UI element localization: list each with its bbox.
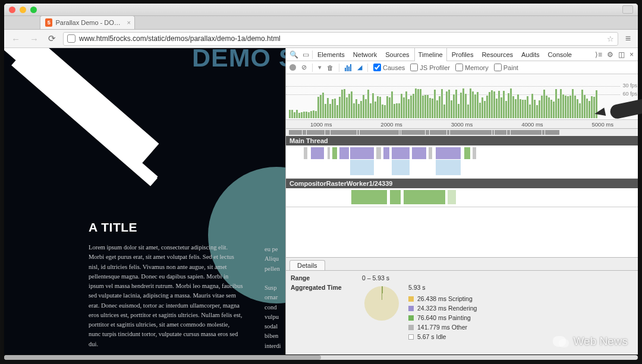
tab-network[interactable]: Network: [350, 48, 380, 61]
range-value: 0 – 5.93 s: [362, 274, 389, 281]
record-button[interactable]: [289, 64, 296, 71]
tab-elements[interactable]: Elements: [314, 48, 348, 61]
address-bar[interactable]: www.html5rocks.com/static/demos/parallax…: [63, 32, 618, 46]
fps-30-label: 30 fps: [622, 83, 637, 88]
bookmark-star-icon[interactable]: ☆: [607, 34, 614, 43]
chrome-profile-icon[interactable]: [622, 5, 633, 14]
js-profiler-checkbox[interactable]: JS Profiler: [410, 64, 450, 71]
close-window-icon[interactable]: [9, 7, 15, 13]
browser-toolbar: ← → ⟳ www.html5rocks.com/static/demos/pa…: [4, 30, 638, 48]
maximize-window-icon[interactable]: [30, 7, 37, 13]
tab-sources[interactable]: Sources: [382, 48, 413, 61]
legend-total: 5.93 s: [408, 284, 477, 291]
aggregated-time-pie-chart: [364, 286, 399, 321]
page-viewport[interactable]: DEMO S A TITLE Lorem ipsum dolor sit ame…: [4, 48, 285, 354]
range-label: Range: [291, 274, 362, 281]
forward-button[interactable]: →: [27, 34, 41, 44]
window-titlebar: [4, 4, 638, 16]
browser-tabstrip: 5 Parallax Demo - DOM + A ×: [4, 15, 638, 30]
tab-profiles[interactable]: Profiles: [448, 48, 477, 61]
devtools-panel: 🔍 ▭ Elements Network Sources Timeline Pr…: [285, 48, 638, 354]
reload-button[interactable]: ⟳: [46, 33, 58, 44]
causes-checkbox[interactable]: Causes: [373, 64, 405, 71]
wechat-icon: [553, 334, 569, 349]
timeline-controls: ⊘ ▾ 🗑 ◢ Causes JS Profiler Memory Paint: [286, 61, 638, 74]
minimize-window-icon[interactable]: [20, 7, 26, 13]
html5-favicon-icon: 5: [45, 18, 52, 27]
watermark: Web News: [553, 334, 628, 349]
close-devtools-icon[interactable]: ×: [628, 50, 635, 59]
clear-icon[interactable]: ⊘: [301, 64, 307, 71]
back-button[interactable]: ←: [9, 34, 23, 44]
horizontal-scrollbar[interactable]: [4, 355, 638, 360]
view-mode-icon[interactable]: [345, 64, 352, 71]
aggregated-time-label: Aggregated Time: [291, 284, 362, 291]
tab-console[interactable]: Console: [545, 48, 575, 61]
filter-icon[interactable]: ▾: [318, 64, 322, 71]
fps-60-label: 60 fps: [622, 91, 637, 97]
tab-resources[interactable]: Resources: [478, 48, 517, 61]
hero-title: DEMO S: [192, 48, 285, 72]
section-heading: A TITLE: [89, 220, 243, 235]
flame-chart-icon[interactable]: ◢: [357, 64, 362, 71]
tab-audits[interactable]: Audits: [518, 48, 543, 61]
main-thread-header[interactable]: Main Thread: [286, 136, 638, 145]
raster-thread-header[interactable]: CompositorRasterWorker1/24339: [286, 179, 638, 188]
garbage-collect-icon[interactable]: 🗑: [327, 64, 333, 71]
memory-checkbox[interactable]: Memory: [455, 64, 489, 71]
body-column-2: eu peAliqupellen Suspornarcondvulpusodal…: [265, 245, 285, 351]
close-tab-icon[interactable]: ×: [127, 19, 131, 26]
aggregated-time-legend: 5.93 s 26.438 ms Scripting 24.323 ms Ren…: [408, 284, 477, 340]
tab-timeline[interactable]: Timeline: [414, 48, 447, 61]
timeline-overview[interactable]: 30 fps 60 fps 1000 ms 2000 ms 3000 ms 40…: [286, 74, 638, 129]
timeline-minimap[interactable]: [286, 129, 638, 136]
site-info-icon[interactable]: [67, 34, 75, 43]
settings-gear-icon[interactable]: ⚙: [605, 50, 615, 59]
main-thread-track[interactable]: [286, 145, 638, 179]
inspect-icon[interactable]: 🔍: [288, 50, 299, 59]
paint-checkbox[interactable]: Paint: [494, 64, 518, 71]
time-axis: 1000 ms 2000 ms 3000 ms 4000 ms 5000 ms: [286, 119, 638, 128]
raster-thread-track[interactable]: [286, 188, 638, 207]
details-tab[interactable]: Details: [289, 260, 325, 270]
dock-side-icon[interactable]: ◫: [616, 50, 627, 59]
devtools-tabbar: 🔍 ▭ Elements Network Sources Timeline Pr…: [286, 48, 638, 61]
tab-title: Parallax Demo - DOM + A: [55, 19, 122, 26]
device-mode-icon[interactable]: ▭: [300, 50, 311, 59]
url-text: www.html5rocks.com/static/demos/parallax…: [79, 34, 281, 43]
browser-tab[interactable]: 5 Parallax Demo - DOM + A ×: [40, 15, 135, 29]
chrome-menu-icon[interactable]: ≡: [623, 33, 633, 44]
body-paragraph: Lorem ipsum dolor sit amet, consectetur …: [89, 243, 243, 349]
drawer-toggle-icon[interactable]: ⟩≡: [593, 50, 604, 59]
